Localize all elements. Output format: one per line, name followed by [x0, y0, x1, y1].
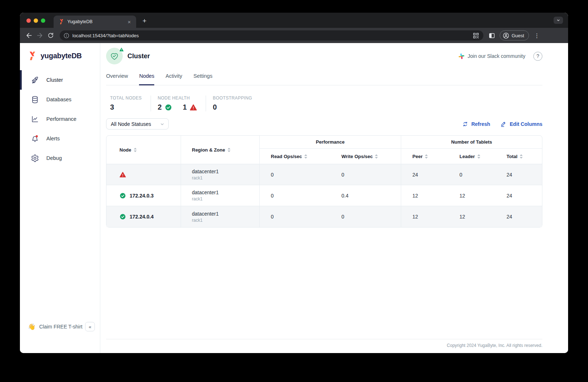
column-header-total[interactable]: Total: [495, 149, 542, 164]
stat-value: 0: [213, 103, 252, 111]
forward-arrow-icon: [36, 32, 43, 39]
sidebar-item-databases[interactable]: Databases: [20, 90, 100, 109]
bell-icon: [31, 135, 39, 143]
reload-icon: [47, 32, 54, 39]
sort-icon: [227, 148, 231, 152]
browser-tab-strip: YugabyteDB × +: [20, 13, 568, 28]
column-group-performance: Performance: [260, 136, 401, 149]
profile-button[interactable]: Guest: [500, 30, 529, 41]
sidebar-item-debug[interactable]: Debug: [20, 148, 100, 168]
region-zone-cell: datacenter1rack1: [181, 206, 260, 227]
tab-search-button[interactable]: [554, 17, 563, 24]
warning-triangle-icon: [119, 171, 126, 178]
pencil-icon: [500, 121, 507, 127]
column-header-node[interactable]: Node: [106, 136, 181, 164]
tab-nodes[interactable]: Nodes: [139, 68, 154, 85]
alert-dot: [36, 135, 38, 137]
edit-columns-button[interactable]: Edit Columns: [500, 121, 542, 127]
back-button[interactable]: [24, 30, 34, 41]
sidebar-item-cluster[interactable]: Cluster: [20, 70, 100, 90]
peer-tablets-cell: 24: [401, 164, 448, 185]
chart-icon: [31, 115, 39, 123]
sidebar-item-label: Alerts: [46, 136, 60, 141]
node-status-select[interactable]: All Node Statuses: [106, 118, 169, 130]
peer-tablets-cell: 12: [401, 206, 448, 227]
total-tablets-cell: 24: [495, 206, 542, 227]
refresh-button[interactable]: Refresh: [462, 121, 490, 127]
cluster-warning-badge-icon: [118, 46, 125, 52]
close-tab-icon[interactable]: ×: [126, 18, 133, 25]
sort-icon: [304, 154, 307, 159]
refresh-label: Refresh: [471, 121, 490, 127]
page-title: Cluster: [127, 52, 150, 60]
region-zone-cell: datacenter1rack1: [181, 185, 260, 206]
window-controls: [26, 18, 45, 23]
sidebar-item-alerts[interactable]: Alerts: [20, 129, 100, 148]
write-ops-cell: 0: [330, 164, 401, 185]
maximize-window-button[interactable]: [41, 18, 45, 23]
column-header-leader[interactable]: Leader: [448, 149, 495, 164]
node-status-selected-value: All Node Statuses: [111, 121, 160, 127]
database-icon: [31, 96, 39, 104]
new-tab-button[interactable]: +: [140, 16, 149, 26]
column-header-peer[interactable]: Peer: [401, 149, 448, 164]
collapse-sidebar-button[interactable]: «: [85, 322, 95, 331]
wave-emoji-icon: 👋: [28, 323, 35, 331]
stat-bootstrapping: BOOTSTRAPPING 0: [206, 96, 261, 111]
address-bar[interactable]: localhost:15434/?tab=tabNodes: [60, 30, 483, 41]
edit-columns-label: Edit Columns: [510, 121, 542, 127]
slack-icon: [458, 53, 465, 59]
cluster-tabs: Overview Nodes Activity Settings: [106, 68, 542, 85]
sidebar-item-label: Databases: [46, 97, 71, 102]
stat-node-health: NODE HEALTH 2 1: [151, 96, 206, 111]
sort-icon: [520, 154, 523, 159]
yugabytedb-logo: yugabyteDB: [20, 43, 100, 61]
gear-icon: [31, 154, 39, 162]
node-stats: TOTAL NODES 3 NODE HEALTH 2 1: [106, 96, 542, 111]
cluster-health-icon: [106, 48, 123, 64]
yugabytedb-logo-icon: [28, 51, 37, 61]
sort-icon: [425, 154, 428, 159]
healthy-count: 2: [158, 103, 162, 111]
page-header: Cluster Join our Slack community ?: [106, 47, 542, 65]
tab-activity[interactable]: Activity: [165, 68, 182, 85]
stat-label: BOOTSTRAPPING: [213, 96, 252, 101]
browser-tab[interactable]: YugabyteDB ×: [54, 16, 136, 28]
copyright-text: Copyright 2024 YugaByte, Inc. All rights…: [106, 343, 542, 348]
side-panel-button[interactable]: [488, 32, 495, 39]
profile-label: Guest: [512, 33, 524, 38]
stat-total-nodes: TOTAL NODES 3: [106, 96, 151, 111]
column-header-region-zone[interactable]: Region & Zone: [181, 136, 260, 164]
total-tablets-cell: 24: [495, 164, 542, 185]
minimize-window-button[interactable]: [34, 18, 38, 23]
column-header-read-ops[interactable]: Read Ops/sec: [260, 149, 330, 164]
slack-community-link[interactable]: Join our Slack community: [458, 53, 525, 59]
page-footer: Copyright 2024 YugaByte, Inc. All rights…: [106, 339, 542, 353]
leader-tablets-cell: 0: [448, 164, 495, 185]
claim-tshirt-link[interactable]: Claim FREE T-shirt: [39, 324, 85, 330]
close-window-button[interactable]: [26, 18, 31, 23]
help-button[interactable]: ?: [533, 52, 542, 61]
forward-button[interactable]: [34, 30, 45, 41]
avatar-icon: [503, 32, 509, 39]
browser-toolbar: localhost:15434/?tab=tabNodes Guest ⋮: [20, 28, 568, 43]
site-info-icon[interactable]: [63, 33, 70, 39]
side-panel-icon: [488, 32, 495, 39]
node-cell: 172.24.0.4: [106, 206, 181, 227]
tab-overview[interactable]: Overview: [106, 68, 128, 85]
read-ops-cell: 0: [260, 164, 330, 185]
nodes-table: Node Region & Zone Performance Number of…: [106, 135, 542, 228]
column-header-write-ops[interactable]: Write Ops/sec: [330, 149, 401, 164]
browser-window: YugabyteDB × + localhost:15434/?tab=tabN…: [20, 13, 568, 353]
qr-code-icon[interactable]: [473, 33, 479, 39]
browser-menu-button[interactable]: ⋮: [533, 32, 541, 39]
sidebar-item-performance[interactable]: Performance: [20, 109, 100, 129]
browser-tab-title: YugabyteDB: [67, 19, 126, 24]
peer-tablets-cell: 12: [401, 185, 448, 206]
node-cell: [106, 164, 181, 185]
read-ops-cell: 0: [260, 206, 330, 227]
tab-settings[interactable]: Settings: [193, 68, 212, 85]
sort-icon: [134, 148, 137, 152]
reload-button[interactable]: [45, 30, 56, 41]
chevron-down-icon: [160, 122, 165, 127]
